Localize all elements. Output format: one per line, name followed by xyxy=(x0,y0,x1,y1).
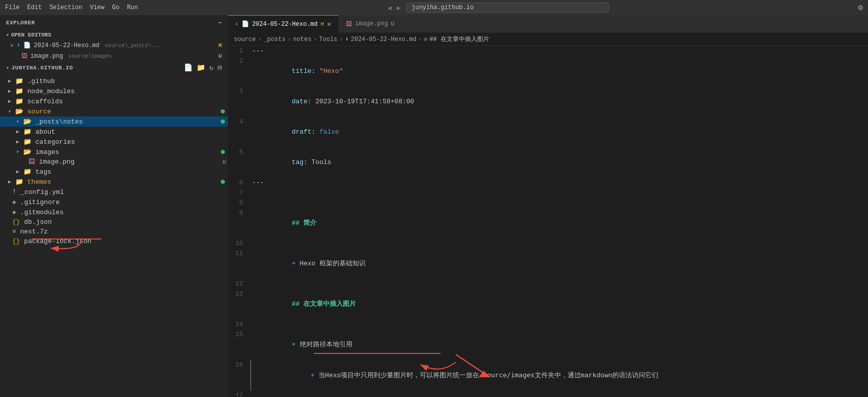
tree-item-db-json[interactable]: {} db.json xyxy=(0,217,228,227)
tab-icon-img: 🖼 xyxy=(346,20,352,28)
menu-go[interactable]: Go xyxy=(112,4,119,11)
title-center: ◀ ▶ junyiha.github.io xyxy=(148,3,848,13)
menu-view[interactable]: View xyxy=(90,4,104,11)
line-10: 10 xyxy=(228,239,868,249)
tree-item-github[interactable]: ▶ 📁 .github xyxy=(0,76,228,86)
breadcrumb-tools[interactable]: Tools xyxy=(319,36,337,43)
tab-hexo-md[interactable]: ⬇ 📄 2024-05-22-Hexo.md M ✕ xyxy=(228,15,339,33)
tab-badge-u-img: U xyxy=(391,21,394,27)
line-5: 5 tag: Tools xyxy=(228,147,868,178)
editor-item-1[interactable]: ✕ ⬇ 📄 2024-05-22-Hexo.md source\_posts\.… xyxy=(0,40,228,51)
tree-item-node-modules[interactable]: ▶ 📁 node_modules xyxy=(0,86,228,96)
project-header[interactable]: ▾ JUNYIHA.GITHUB.IO 📄 📁 ↻ ⊟ xyxy=(0,61,228,74)
menu-run[interactable]: Run xyxy=(127,4,138,11)
collapse-icon[interactable]: ⊟ xyxy=(218,63,222,72)
tree-item-themes[interactable]: ▶ 📁 themes xyxy=(0,177,228,187)
arrow-right-themes: ▶ xyxy=(8,179,11,185)
line-15: 15 + 绝对路径本地引用 xyxy=(228,330,868,360)
line-7: 7 xyxy=(228,188,868,198)
label-themes: themes xyxy=(27,178,51,186)
line-num-15: 15 xyxy=(228,330,250,340)
tab-image-png[interactable]: 🖼 image.png U xyxy=(339,15,402,33)
line-13: 13 ## 在文章中插入图片 xyxy=(228,289,868,320)
title-right: ⚙ xyxy=(858,3,863,13)
label-source: source xyxy=(27,108,51,115)
tree-item-config[interactable]: ! _config.yml xyxy=(0,187,228,197)
arrow-right-scaffolds: ▶ xyxy=(8,98,11,104)
tree-item-categories[interactable]: ▶ 📁 categories xyxy=(0,137,228,147)
refresh-icon[interactable]: ↻ xyxy=(209,63,213,72)
menu-selection[interactable]: Selection xyxy=(50,4,83,11)
editor-content[interactable]: 1 --- 2 title: "Hexo" 3 date: 2023-10-19… xyxy=(228,46,868,397)
new-folder-icon[interactable]: 📁 xyxy=(196,63,205,72)
menu-file[interactable]: File xyxy=(5,4,20,11)
tree-item-package-lock[interactable]: {} package-lock.json xyxy=(0,236,228,246)
braces-icon-db: {} xyxy=(12,218,20,226)
menu-bar: File Edit Selection View Go Run xyxy=(5,4,138,11)
tree-item-about[interactable]: ▶ 📁 about xyxy=(0,127,228,137)
breadcrumb-icon-heading: ⊞ xyxy=(424,36,427,43)
line-14: 14 xyxy=(228,320,868,330)
tree-item-next-7z[interactable]: ≡ next.7z xyxy=(0,227,228,236)
line-num-17: 17 xyxy=(228,391,250,397)
line-num-16: 16 xyxy=(228,360,250,370)
settings-icon[interactable]: ⚙ xyxy=(858,3,863,13)
tree-item-posts-notes[interactable]: ▾ 📂 _posts\notes xyxy=(0,116,228,127)
arrow-right-node: ▶ xyxy=(8,88,11,94)
folder-icon-themes: 📁 xyxy=(15,178,23,186)
tree-item-source[interactable]: ▾ 📂 source xyxy=(0,106,228,116)
tree-item-gitmodules[interactable]: ◈ .gitmodules xyxy=(0,207,228,217)
breadcrumb-posts[interactable]: _posts xyxy=(263,36,285,43)
line-4: 4 draft: false xyxy=(228,117,868,147)
explorer-label: EXPLORER xyxy=(6,20,35,26)
line-8: 8 xyxy=(228,198,868,208)
line-num-13: 13 xyxy=(228,289,250,299)
line-num-3: 3 xyxy=(228,87,250,97)
folder-icon-scaffolds: 📁 xyxy=(15,97,23,105)
label-posts-notes: _posts\notes xyxy=(35,118,83,126)
tab-name-img: image.png xyxy=(355,20,388,27)
label-gitignore: .gitignore xyxy=(20,198,60,206)
breadcrumb-notes[interactable]: notes xyxy=(293,36,311,43)
line-2: 2 title: "Hexo" xyxy=(228,56,868,87)
breadcrumb-source[interactable]: source xyxy=(234,36,256,43)
explorer-header: EXPLORER ⋯ xyxy=(0,15,228,30)
nav-back-icon[interactable]: ◀ xyxy=(387,4,391,12)
open-editors-header[interactable]: ▾ OPEN EDITORS xyxy=(0,30,228,40)
address-bar[interactable]: junyiha.github.io xyxy=(406,3,609,13)
nav-forward-icon[interactable]: ▶ xyxy=(397,4,401,12)
line-content-16: + 当Hexo项目中只用到少量图片时，可以将图片统一放在 source/imag… xyxy=(250,360,868,391)
editor-filepath-2: source\images xyxy=(68,53,112,59)
editor-filepath-1: source\_posts\... xyxy=(104,43,161,49)
more-icon[interactable]: ⋯ xyxy=(218,19,222,26)
label-db-json: db.json xyxy=(24,218,52,226)
project-title: ▾ JUNYIHA.GITHUB.IO xyxy=(6,65,73,71)
folder-icon-images: 📂 xyxy=(23,148,31,156)
line-12: 12 xyxy=(228,279,868,289)
tab-dl-icon: ⬇ xyxy=(235,21,239,27)
line-content-11: + Hexo 框架的基础知识 xyxy=(250,249,868,279)
tree-item-scaffolds[interactable]: ▶ 📁 scaffolds xyxy=(0,96,228,106)
tree-item-tags[interactable]: ▶ 📁 tags xyxy=(0,167,228,177)
tree-item-image-png[interactable]: 🖼 image.png U xyxy=(0,157,228,167)
breadcrumb-arrow-icon: ⬇ xyxy=(345,35,348,43)
line-num-1: 1 xyxy=(228,46,250,56)
project-name: JUNYIHA.GITHUB.IO xyxy=(12,65,73,71)
line-num-11: 11 xyxy=(228,249,250,259)
tree-item-images[interactable]: ▾ 📂 images xyxy=(0,147,228,157)
tab-close-hexo[interactable]: ✕ xyxy=(327,20,331,28)
breadcrumb-sep-4: › xyxy=(339,36,343,43)
tree-item-gitignore[interactable]: ◈ .gitignore xyxy=(0,197,228,207)
line-num-5: 5 xyxy=(228,147,250,157)
diamond-icon-gitignore: ◈ xyxy=(12,198,16,206)
new-file-icon[interactable]: 📄 xyxy=(184,63,192,72)
archive-icon: ≡ xyxy=(12,228,16,235)
breadcrumb-filename[interactable]: 2024-05-22-Hexo.md xyxy=(351,36,417,43)
close-icon-1[interactable]: ✕ xyxy=(10,42,14,49)
menu-edit[interactable]: Edit xyxy=(27,4,42,11)
sidebar: EXPLORER ⋯ ▾ OPEN EDITORS ✕ ⬇ 📄 2024-05-… xyxy=(0,15,228,397)
download-icon-1: ⬇ xyxy=(17,42,20,49)
editor-item-2[interactable]: 🖼 image.png source\images U xyxy=(0,51,228,61)
breadcrumb-current-heading: ## 在文章中插入图片 xyxy=(429,35,489,44)
img-icon-file: 🖼 xyxy=(28,158,35,166)
